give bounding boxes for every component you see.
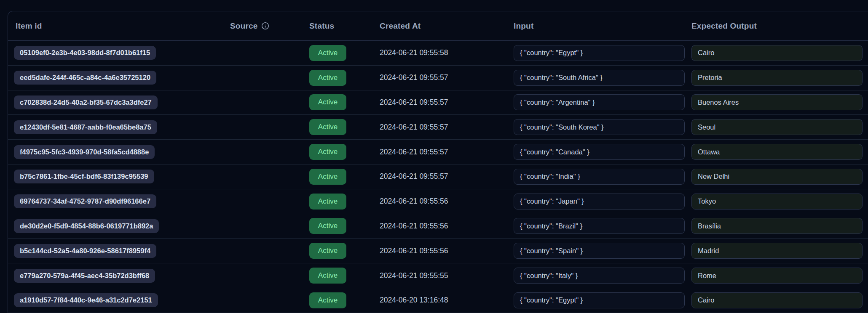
item-id-pill[interactable]: b75c7861-1fbe-45cf-bdf6-83f139c95539	[14, 170, 154, 183]
item-id-pill[interactable]: f4975c95-5fc3-4939-970d-58fa5cd4888e	[14, 145, 155, 159]
input-value-box: { "country": "South Africa" }	[514, 70, 685, 86]
header-cell-item-id: Item id	[8, 21, 230, 31]
created-at-cell: 2024-06-21 09:55:57	[380, 123, 514, 132]
created-at-cell: 2024-06-21 09:55:57	[380, 98, 514, 107]
created-at-text: 2024-06-21 09:55:58	[380, 48, 448, 57]
item-id-pill[interactable]: de30d2e0-f5d9-4854-88b6-0619771b892a	[14, 219, 159, 233]
header-label-source: Source	[230, 21, 258, 31]
expected-output-box: Madrid	[691, 243, 863, 259]
input-value-box: { "country": "Canada" }	[514, 144, 685, 160]
expected-output-cell: Rome	[691, 268, 868, 284]
expected-output-text: Ottawa	[698, 148, 720, 156]
status-cell: Active	[309, 194, 380, 210]
item-id-pill[interactable]: e779a270-579a-4f45-aec4-35b72d3bff68	[14, 269, 155, 283]
status-cell: Active	[309, 292, 380, 308]
header-cell-source: Source	[230, 21, 309, 31]
status-badge: Active	[309, 45, 346, 61]
input-cell: { "country": "Italy" }	[514, 268, 691, 284]
input-cell: { "country": "South Korea" }	[514, 119, 691, 135]
expected-output-cell: Brasília	[691, 218, 868, 234]
status-badge: Active	[309, 292, 346, 308]
input-value-box: { "country": "Spain" }	[514, 243, 685, 259]
item-id-pill[interactable]: a1910d57-7f84-440c-9e46-a31c2d7e2151	[14, 293, 158, 307]
status-cell: Active	[309, 45, 380, 61]
expected-output-cell: Cairo	[691, 292, 868, 308]
table-row[interactable]: f4975c95-5fc3-4939-970d-58fa5cd4888e Act…	[8, 140, 868, 164]
status-badge: Active	[309, 119, 346, 135]
expected-output-cell: Tokyo	[691, 194, 868, 210]
expected-output-cell: Cairo	[691, 45, 868, 61]
item-id-cell: e779a270-579a-4f45-aec4-35b72d3bff68	[8, 269, 230, 283]
status-badge: Active	[309, 144, 346, 160]
item-id-pill[interactable]: b5c144cd-52a5-4a80-926e-58617f8959f4	[14, 244, 156, 258]
created-at-text: 2024-06-21 09:55:56	[380, 247, 448, 255]
expected-output-box: New Delhi	[691, 169, 863, 185]
status-cell: Active	[309, 243, 380, 259]
expected-output-cell: Madrid	[691, 243, 868, 259]
item-id-pill[interactable]: e12430df-5e81-4687-aabb-f0ea65be8a75	[14, 120, 157, 134]
header-label-item-id: Item id	[16, 21, 42, 31]
created-at-cell: 2024-06-21 09:55:58	[380, 48, 514, 57]
item-id-cell: de30d2e0-f5d9-4854-88b6-0619771b892a	[8, 219, 230, 233]
input-value-box: { "country": "Egypt" }	[514, 45, 685, 61]
expected-output-cell: Buenos Aires	[691, 94, 868, 110]
expected-output-box: Brasília	[691, 218, 863, 234]
status-badge: Active	[309, 268, 346, 284]
table-row[interactable]: e779a270-579a-4f45-aec4-35b72d3bff68 Act…	[8, 263, 868, 288]
item-id-cell: e12430df-5e81-4687-aabb-f0ea65be8a75	[8, 120, 230, 134]
table-row[interactable]: a1910d57-7f84-440c-9e46-a31c2d7e2151 Act…	[8, 288, 868, 313]
status-badge: Active	[309, 70, 346, 86]
created-at-cell: 2024-06-21 09:55:57	[380, 73, 514, 82]
table-row[interactable]: eed5dafe-244f-465c-a84c-4a6e35725120 Act…	[8, 66, 868, 90]
expected-output-box: Seoul	[691, 119, 863, 135]
status-cell: Active	[309, 268, 380, 284]
input-cell: { "country": "Egypt" }	[514, 292, 691, 308]
created-at-text: 2024-06-21 09:55:57	[380, 148, 448, 156]
created-at-cell: 2024-06-21 09:55:55	[380, 271, 514, 280]
input-value-box: { "country": "Egypt" }	[514, 292, 685, 308]
input-value-box: { "country": "South Korea" }	[514, 119, 685, 135]
input-cell: { "country": "Canada" }	[514, 144, 691, 160]
created-at-cell: 2024-06-21 09:55:57	[380, 172, 514, 181]
status-cell: Active	[309, 70, 380, 86]
input-value-text: { "country": "Italy" }	[520, 272, 578, 280]
table-row[interactable]: de30d2e0-f5d9-4854-88b6-0619771b892a Act…	[8, 214, 868, 239]
item-id-pill[interactable]: 69764737-34af-4752-9787-d90df96166e7	[14, 194, 156, 208]
created-at-cell: 2024-06-20 13:16:48	[380, 296, 514, 305]
created-at-text: 2024-06-21 09:55:57	[380, 123, 448, 131]
table-row[interactable]: c702838d-24d5-40a2-bf35-67dc3a3dfe27 Act…	[8, 90, 868, 115]
input-value-box: { "country": "Brazil" }	[514, 218, 685, 234]
table-row[interactable]: e12430df-5e81-4687-aabb-f0ea65be8a75 Act…	[8, 115, 868, 140]
expected-output-text: Buenos Aires	[698, 98, 739, 106]
input-cell: { "country": "Spain" }	[514, 243, 691, 259]
table-row[interactable]: 69764737-34af-4752-9787-d90df96166e7 Act…	[8, 189, 868, 214]
input-value-text: { "country": "Argentina" }	[520, 98, 595, 106]
created-at-cell: 2024-06-21 09:55:56	[380, 197, 514, 206]
expected-output-cell: New Delhi	[691, 169, 868, 185]
table-row[interactable]: 05109ef0-2e3b-4e03-98dd-8f7d01b61f15 Act…	[8, 41, 868, 66]
table-row[interactable]: b75c7861-1fbe-45cf-bdf6-83f139c95539 Act…	[8, 164, 868, 189]
expected-output-cell: Pretoria	[691, 70, 868, 86]
created-at-text: 2024-06-21 09:55:57	[380, 98, 448, 106]
created-at-text: 2024-06-21 09:55:57	[380, 172, 448, 180]
header-label-created-at: Created At	[380, 21, 421, 31]
created-at-text: 2024-06-21 09:55:56	[380, 222, 448, 230]
item-id-cell: c702838d-24d5-40a2-bf35-67dc3a3dfe27	[8, 95, 230, 109]
status-cell: Active	[309, 119, 380, 135]
expected-output-box: Rome	[691, 268, 863, 284]
status-cell: Active	[309, 144, 380, 160]
input-value-box: { "country": "India" }	[514, 169, 685, 185]
input-value-text: { "country": "Spain" }	[520, 247, 583, 255]
item-id-pill[interactable]: c702838d-24d5-40a2-bf35-67dc3a3dfe27	[14, 95, 158, 109]
item-id-pill[interactable]: eed5dafe-244f-465c-a84c-4a6e35725120	[14, 71, 156, 85]
input-value-text: { "country": "Brazil" }	[520, 222, 582, 230]
status-badge: Active	[309, 94, 346, 110]
item-id-pill[interactable]: 05109ef0-2e3b-4e03-98dd-8f7d01b61f15	[14, 46, 156, 60]
input-value-text: { "country": "Egypt" }	[520, 296, 583, 304]
source-info-icon[interactable]	[261, 22, 269, 30]
input-value-text: { "country": "India" }	[520, 172, 580, 180]
table-row[interactable]: b5c144cd-52a5-4a80-926e-58617f8959f4 Act…	[8, 239, 868, 263]
header-label-expected-output: Expected Output	[691, 21, 757, 31]
input-cell: { "country": "Brazil" }	[514, 218, 691, 234]
expected-output-cell: Seoul	[691, 119, 868, 135]
